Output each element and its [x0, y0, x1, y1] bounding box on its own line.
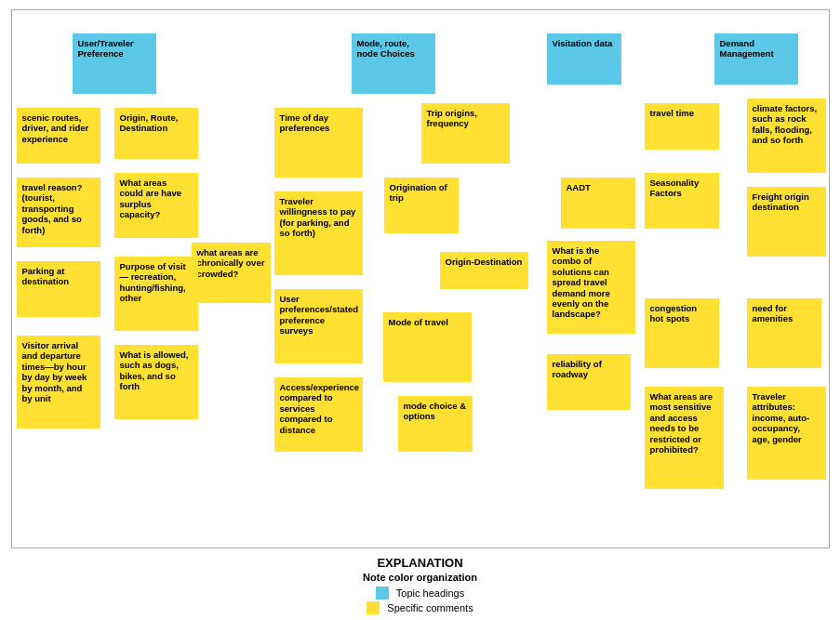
note-mode-route-node: Mode, route, node Choices — [352, 33, 435, 94]
note-origin-route-dest: Origin, Route, Destination — [114, 108, 198, 159]
note-user-preferences: User preferences/stated preference surve… — [274, 289, 363, 363]
note-seasonality-factors: Seasonality Factors — [645, 173, 719, 229]
note-reliability-of-roadway: reliability of roadway — [547, 354, 631, 410]
explanation: EXPLANATION Note color organization Topi… — [9, 556, 831, 614]
note-purpose-of-visit: Purpose of visit— recreation, hunting/fi… — [114, 257, 198, 331]
note-access-experience: Access/experience compared to services c… — [274, 377, 363, 452]
note-travel-time: travel time — [645, 103, 719, 150]
note-surplus-capacity: What areas could are have surplus capaci… — [114, 173, 198, 238]
legend-yellow-label: Specific comments — [387, 602, 473, 613]
note-need-for-amenities: need for amenities — [747, 298, 821, 368]
note-origin-destination: Origin-Destination — [440, 252, 528, 289]
note-scenic-routes: scenic routes, driver, and rider experie… — [17, 108, 100, 164]
note-climate-factors: climate factors, such as rock falls, flo… — [747, 99, 826, 173]
explanation-title: EXPLANATION — [9, 556, 831, 570]
note-user-traveler-pref: User/Traveler Preference — [73, 33, 156, 94]
note-time-of-day: Time of day preferences — [274, 108, 363, 178]
legend-yellow-box — [367, 601, 380, 614]
note-what-is-combo: What is the combo of solutions can sprea… — [547, 241, 635, 334]
legend-blue-box — [376, 587, 389, 600]
explanation-subtitle: Note color organization — [9, 572, 831, 583]
note-traveler-attributes: Traveler attributes: income, auto-occupa… — [747, 387, 826, 480]
note-what-is-allowed: What is allowed, such as dogs, bikes, an… — [114, 345, 198, 419]
note-demand-management: Demand Management — [714, 33, 798, 85]
note-mode-choice-options: mode choice & options — [398, 396, 473, 452]
note-sensitive-access-needs: What areas are most sensitive and access… — [645, 387, 724, 489]
legend-yellow-row: Specific comments — [9, 601, 831, 614]
note-trip-origins: Trip origins, frequency — [421, 103, 510, 164]
legend-blue-label: Topic headings — [396, 587, 464, 599]
main-container: User/Traveler PreferenceMode, route, nod… — [0, 0, 840, 620]
note-traveler-willingness: Traveler willingness to pay (for parking… — [274, 191, 363, 275]
note-congestion-hot-spots: congestion hot spots — [645, 298, 719, 368]
note-travel-reason: travel reason? (tourist, transporting go… — [17, 178, 100, 247]
legend-blue-row: Topic headings — [9, 587, 831, 600]
note-freight-origin-dest: Freight origin destination — [747, 187, 826, 257]
diagram-area: User/Traveler PreferenceMode, route, nod… — [11, 9, 830, 548]
note-chronically-overcrowded: what areas are chronically over crowded? — [192, 243, 271, 303]
note-visitation-data: Visitation data — [547, 33, 621, 85]
note-parking-at-dest: Parking at destination — [17, 261, 100, 317]
note-aadt: AADT — [561, 178, 635, 229]
note-origination-of-trip: Origination of trip — [384, 178, 459, 233]
note-visitor-arrival: Visitor arrival and departure times—by h… — [17, 336, 100, 429]
note-mode-of-travel: Mode of travel — [383, 312, 472, 382]
